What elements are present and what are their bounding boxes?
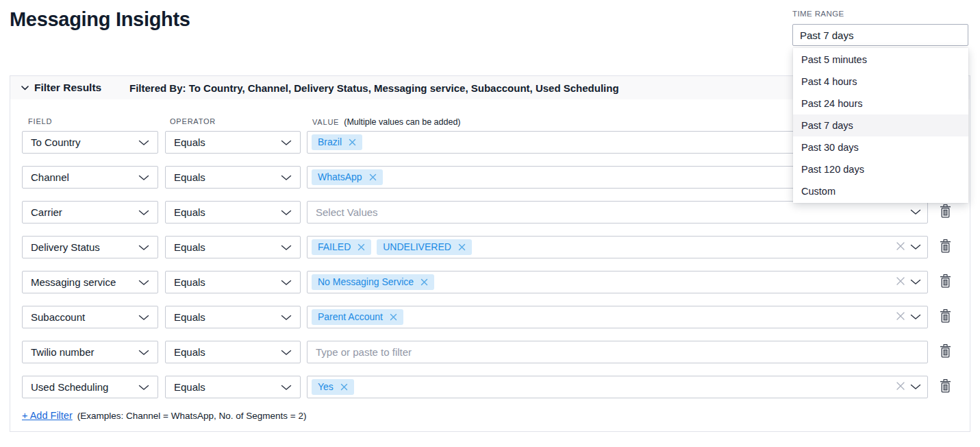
filter-operator-select[interactable]: Equals <box>165 306 301 328</box>
filter-operator-select[interactable]: Equals <box>165 131 301 154</box>
filter-operator-select[interactable]: Equals <box>165 271 301 293</box>
delete-filter-button[interactable] <box>940 204 951 220</box>
trash-icon <box>940 309 951 325</box>
chevron-down-icon <box>910 277 921 287</box>
time-range-option[interactable]: Past 120 days <box>793 158 968 180</box>
time-range-value: Past 7 days <box>800 29 853 41</box>
open-values-dropdown-button[interactable] <box>910 312 921 322</box>
time-range-option[interactable]: Past 24 hours <box>793 93 968 114</box>
filter-field-select[interactable]: Twilio number <box>22 341 158 363</box>
delete-filter-button[interactable] <box>940 239 951 255</box>
filter-row: Messaging serviceEqualsNo Messaging Serv… <box>22 271 951 293</box>
filter-results-title[interactable]: Filter Results <box>34 82 101 94</box>
chevron-down-icon <box>138 241 149 253</box>
add-filter-hint: (Examples: Channel = WhatsApp, No. of Se… <box>77 411 307 421</box>
open-values-dropdown-button[interactable] <box>910 242 921 252</box>
chevron-down-icon <box>281 206 292 218</box>
filter-field-select[interactable]: Used Scheduling <box>22 376 158 398</box>
filter-operator-select[interactable]: Equals <box>165 166 301 189</box>
chevron-down-icon <box>138 206 149 218</box>
filter-field-select[interactable]: Channel <box>22 166 158 189</box>
time-range-option[interactable]: Past 4 hours <box>793 71 968 93</box>
filter-value-input[interactable]: Type or paste to filter <box>307 341 928 363</box>
filter-operator-value: Equals <box>174 241 205 253</box>
filter-row: Twilio numberEqualsType or paste to filt… <box>22 341 951 363</box>
chip-remove-icon[interactable] <box>349 138 356 146</box>
value-chip: No Messaging Service <box>312 274 434 290</box>
filter-operator-select[interactable]: Equals <box>165 341 301 363</box>
delete-filter-button[interactable] <box>940 274 951 290</box>
chip-remove-icon[interactable] <box>340 383 348 391</box>
filter-operator-value: Equals <box>174 136 205 148</box>
filter-field-value: To Country <box>31 136 81 148</box>
trash-icon <box>940 239 951 255</box>
chevron-down-icon <box>281 346 292 358</box>
filter-field-select[interactable]: Carrier <box>22 201 158 224</box>
filter-value-input[interactable]: Parent Account <box>307 306 928 328</box>
filter-row: CarrierEqualsSelect Values <box>22 201 951 224</box>
open-values-dropdown-button[interactable] <box>910 207 921 217</box>
clear-values-button[interactable] <box>896 241 905 253</box>
value-chip-label: UNDELIVERED <box>383 241 451 252</box>
page-title: Messaging Insights <box>10 8 190 31</box>
filter-field-value: Carrier <box>31 206 62 218</box>
filter-value-input[interactable]: Yes <box>307 376 928 398</box>
value-controls <box>896 306 921 328</box>
filter-operator-value: Equals <box>174 346 205 358</box>
chevron-down-icon <box>138 311 149 323</box>
chip-remove-icon[interactable] <box>420 278 428 286</box>
filter-field-select[interactable]: Messaging service <box>22 271 158 293</box>
column-header-operator: OPERATOR <box>170 117 216 125</box>
chip-remove-icon[interactable] <box>390 313 397 321</box>
filter-value-input[interactable]: FAILEDUNDELIVERED <box>307 236 928 258</box>
filter-value-input[interactable]: No Messaging Service <box>307 271 928 293</box>
filter-operator-value: Equals <box>174 276 205 288</box>
filter-field-select[interactable]: To Country <box>22 131 158 154</box>
value-placeholder: Type or paste to filter <box>312 346 412 358</box>
filter-field-value: Twilio number <box>31 346 95 358</box>
value-chip: Yes <box>312 379 354 395</box>
time-range-input[interactable]: Past 7 days <box>792 24 968 46</box>
column-header-field: FIELD <box>28 117 52 125</box>
value-chip-label: WhatsApp <box>318 171 362 182</box>
value-chip: Brazil <box>312 134 362 150</box>
filter-field-select[interactable]: Subaccount <box>22 306 158 328</box>
time-range-label: TIME RANGE <box>792 10 844 18</box>
filter-field-value: Channel <box>31 171 69 183</box>
time-range-option[interactable]: Past 7 days <box>793 114 968 136</box>
filter-operator-value: Equals <box>174 311 205 323</box>
time-range-option[interactable]: Past 30 days <box>793 136 968 158</box>
delete-filter-button[interactable] <box>940 344 951 360</box>
chevron-down-icon <box>910 242 921 252</box>
time-range-option[interactable]: Custom <box>793 180 968 202</box>
open-values-dropdown-button[interactable] <box>910 382 921 392</box>
filtered-by-summary: Filtered By: To Country, Channel, Delive… <box>129 82 619 94</box>
filter-field-select[interactable]: Delivery Status <box>22 236 158 258</box>
filter-operator-value: Equals <box>174 381 205 393</box>
column-header-value: VALUE (Multiple values can be added) <box>312 117 461 127</box>
time-range-option[interactable]: Past 5 minutes <box>793 49 968 71</box>
open-values-dropdown-button[interactable] <box>910 277 921 287</box>
filter-operator-value: Equals <box>174 171 205 183</box>
delete-filter-button[interactable] <box>940 379 951 395</box>
filter-value-input[interactable]: Select Values <box>307 201 928 224</box>
filter-operator-select[interactable]: Equals <box>165 236 301 258</box>
value-chip-label: Parent Account <box>318 311 383 322</box>
filter-field-value: Delivery Status <box>31 241 100 253</box>
filter-operator-select[interactable]: Equals <box>165 201 301 224</box>
chip-remove-icon[interactable] <box>458 243 466 251</box>
value-chip-label: Yes <box>318 381 334 392</box>
chip-remove-icon[interactable] <box>357 243 365 251</box>
chip-remove-icon[interactable] <box>369 173 377 181</box>
delete-filter-button[interactable] <box>940 309 951 325</box>
filter-operator-value: Equals <box>174 206 205 218</box>
filter-operator-select[interactable]: Equals <box>165 376 301 398</box>
value-chip: FAILED <box>312 239 371 255</box>
filter-row: SubaccountEqualsParent Account <box>22 306 951 328</box>
trash-icon <box>940 204 951 220</box>
clear-values-button[interactable] <box>896 311 905 323</box>
add-filter-line: + Add Filter (Examples: Channel = WhatsA… <box>22 410 306 421</box>
clear-values-button[interactable] <box>896 276 905 288</box>
clear-values-button[interactable] <box>896 381 905 393</box>
add-filter-button[interactable]: + Add Filter <box>22 410 73 421</box>
